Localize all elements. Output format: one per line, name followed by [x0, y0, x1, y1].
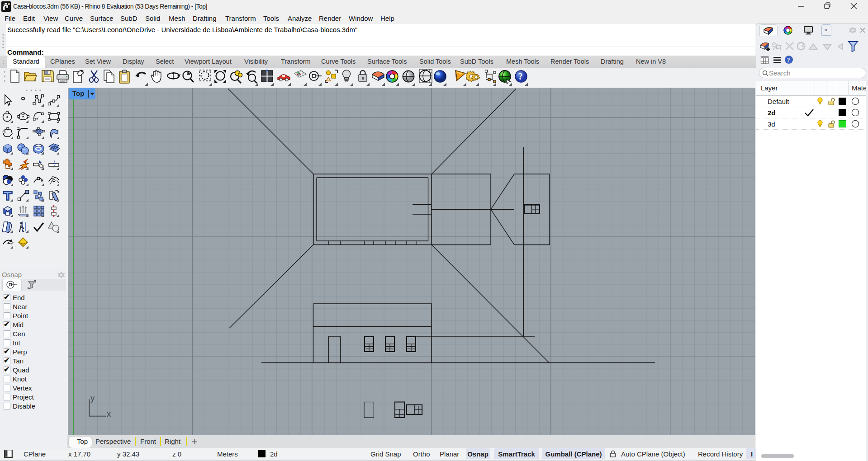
svg-text:?: ?: [787, 57, 790, 64]
svg-text:8: 8: [8, 2, 10, 5]
svg-text:y: y: [90, 394, 95, 403]
svg-text:x: x: [107, 409, 111, 419]
